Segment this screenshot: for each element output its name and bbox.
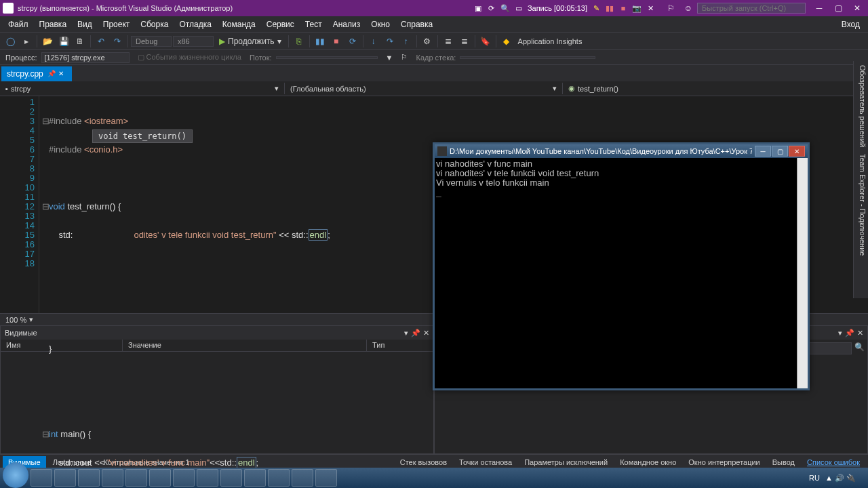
menu-test[interactable]: Тест [300,18,328,30]
signin-link[interactable]: Вход [836,18,865,30]
forward-button[interactable]: ▸ [19,34,34,49]
stop-button[interactable]: ■ [329,34,344,49]
tray-icons[interactable]: ▲ 🔊 🔌 [825,474,856,483]
insights-label[interactable]: Application Insights [515,37,585,45]
taskbar-app-9[interactable] [220,469,242,487]
menu-analyze[interactable]: Анализ [328,18,366,30]
maximize-button[interactable]: ▢ [830,3,846,14]
panel-title: Видимые [5,329,37,337]
side-team-explorer[interactable]: Team Explorer - Подключение [855,154,867,256]
continue-button[interactable]: ▶Продолжить▾ [215,35,285,47]
tray-lang[interactable]: RU [809,474,820,482]
insights-icon[interactable]: ◆ [499,34,514,49]
taskbar-app-7[interactable] [173,469,195,487]
rec-refresh-icon[interactable]: ⟳ [487,3,496,13]
taskbar-app-13[interactable] [315,469,337,487]
menu-team[interactable]: Команда [217,18,261,30]
console-app-icon [437,146,447,156]
frame-dropdown[interactable] [460,56,595,59]
taskbar-app-1[interactable] [31,469,52,487]
back-button[interactable]: ◯ [3,34,18,49]
symbol-tooltip: void test_return() [92,129,193,143]
console-minimize-button[interactable]: ─ [755,146,771,157]
quick-launch-input[interactable] [697,3,806,14]
system-tray[interactable]: RU ▲ 🔊 🔌 [809,474,865,483]
side-solution-explorer[interactable]: Обозреватель решений [855,65,867,147]
frame-label: Кадр стека: [416,54,456,62]
rec-stop-icon[interactable]: ■ [618,3,628,13]
menu-help[interactable]: Справка [395,18,438,30]
tab-label: strcpy.cpp [7,69,43,79]
tb-misc1-icon[interactable]: ⚙ [420,34,435,49]
pin-icon[interactable]: 📌 [47,70,56,78]
console-title-bar[interactable]: D:\Мои документы\Мой YouTube канал\YouTu… [435,144,808,158]
zoom-value[interactable]: 100 % [5,316,26,324]
menu-debug[interactable]: Отладка [174,18,216,30]
rec-pencil-icon[interactable]: ✎ [591,3,601,13]
taskbar-app-10[interactable] [244,469,266,487]
rec-screen-icon[interactable]: ▭ [514,3,524,13]
toolbar: ◯ ▸ 📂 💾 🗎 ↶ ↷ Debug x86 ▶Продолжить▾ ⎘ ▮… [0,33,868,50]
nav-project[interactable]: ▪strcpy▾ [0,83,285,94]
saveall-button[interactable]: 🗎 [73,34,87,49]
taskbar-app-4[interactable] [102,469,123,487]
nav-member[interactable]: ◉test_return() [563,83,868,94]
feedback-icon[interactable]: ☺ [684,3,693,13]
redo-button[interactable]: ↷ [110,34,125,49]
taskbar-app-5[interactable] [125,469,147,487]
menu-file[interactable]: Файл [3,18,34,30]
taskbar-app-2[interactable] [54,469,76,487]
taskbar-app-6[interactable] [149,469,171,487]
menu-edit[interactable]: Правка [34,18,73,30]
rec-nav-icon[interactable]: ▣ [473,3,483,13]
config-dropdown[interactable]: Debug [131,36,172,47]
console-scrollbar[interactable] [797,158,808,388]
tb-attach-icon[interactable]: ⎘ [292,34,307,49]
rec-zoom-icon[interactable]: 🔍 [500,3,510,13]
thread-dropdown[interactable] [276,56,378,59]
pb-filter-icon[interactable]: ▼ [386,54,393,62]
console-window[interactable]: D:\Мои документы\Мой YouTube канал\YouTu… [433,142,810,390]
undo-button[interactable]: ↶ [94,34,108,49]
step-out-icon[interactable]: ↑ [399,34,414,49]
tab-strcpy[interactable]: strcpy.cpp 📌 ✕ [1,66,72,81]
taskbar: RU ▲ 🔊 🔌 [0,468,868,488]
tb-misc3-icon[interactable]: ≣ [457,34,472,49]
tb-misc2-icon[interactable]: ≣ [441,34,456,49]
flag-icon[interactable]: ⚐ [666,3,675,13]
console-close-button[interactable]: ✕ [789,146,805,157]
menu-view[interactable]: Вид [72,18,98,30]
rec-camera-icon[interactable]: 📷 [632,3,642,13]
taskbar-app-11[interactable] [268,469,290,487]
menu-project[interactable]: Проект [98,18,136,30]
platform-dropdown[interactable]: x86 [173,36,214,47]
menu-tools[interactable]: Сервис [261,18,300,30]
rec-pause-icon[interactable]: ▮▮ [605,3,614,13]
open-button[interactable]: 📂 [40,34,55,49]
step-over-icon[interactable]: ↷ [382,34,397,49]
taskbar-app-12[interactable] [292,469,313,487]
minimize-button[interactable]: ─ [811,3,827,14]
save-button[interactable]: 💾 [56,34,71,49]
process-dropdown[interactable]: [12576] strcpy.exe [41,52,130,63]
start-button[interactable] [3,462,28,488]
taskbar-app-3[interactable] [78,469,100,487]
menu-window[interactable]: Окно [366,18,395,30]
console-maximize-button[interactable]: ▢ [772,146,788,157]
menu-build[interactable]: Сборка [135,18,174,30]
restart-button[interactable]: ⟳ [345,34,360,49]
pb-flag-icon[interactable]: ⚐ [401,53,408,62]
lifecycle-toggle[interactable]: ▢ События жизненного цикла [138,53,241,62]
close-button[interactable]: ✕ [849,3,865,14]
taskbar-app-8[interactable] [197,469,218,487]
step-into-icon[interactable]: ↓ [366,34,381,49]
thread-label: Поток: [250,54,272,62]
close-icon[interactable]: ✕ [58,70,66,78]
pause-button[interactable]: ▮▮ [313,34,328,49]
bookmark-icon[interactable]: 🔖 [478,34,493,49]
nav-scope[interactable]: (Глобальная область)▾ [285,83,563,94]
process-bar: Процесс: [12576] strcpy.exe ▢ События жи… [0,50,868,65]
side-tabs: Обозреватель решений Team Explorer - Под… [853,61,868,298]
console-output[interactable]: vi nahodites' v func main vi nahodites' … [435,158,808,388]
rec-close-icon[interactable]: ✕ [646,3,655,13]
